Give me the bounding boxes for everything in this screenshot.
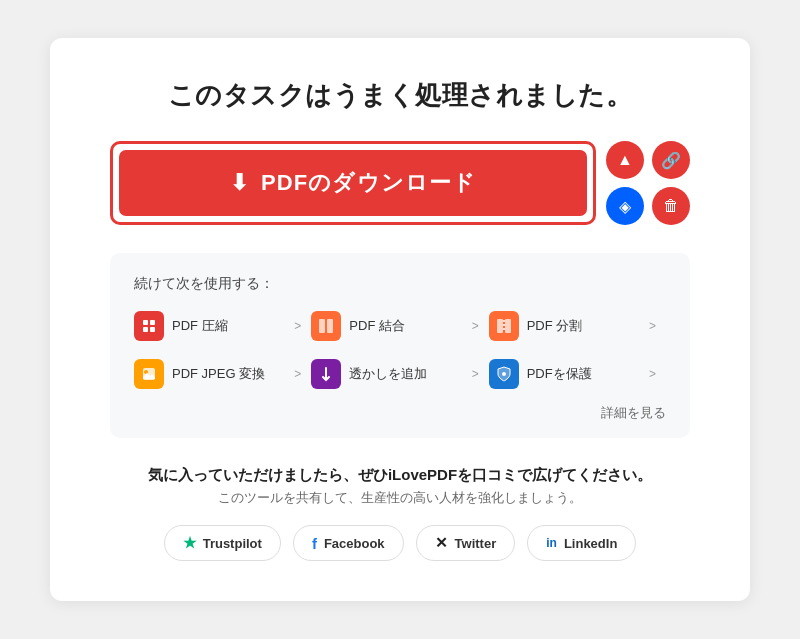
tool-jpeg[interactable]: PDF JPEG 変換 xyxy=(134,355,284,393)
dropbox-icon: ◈ xyxy=(619,197,631,216)
arrow-4: > xyxy=(284,367,311,381)
action-icons-top-row: ▲ 🔗 xyxy=(606,141,690,179)
download-icon: ⬇ xyxy=(230,170,249,196)
merge-icon xyxy=(311,311,341,341)
arrow-3: > xyxy=(639,319,666,333)
save-to-dropbox-button[interactable]: ◈ xyxy=(606,187,644,225)
svg-rect-4 xyxy=(319,319,325,333)
compress-icon xyxy=(134,311,164,341)
copy-link-button[interactable]: 🔗 xyxy=(652,141,690,179)
arrow-2: > xyxy=(462,319,489,333)
trustpilot-button[interactable]: ★ Trustpilot xyxy=(164,525,281,561)
svg-point-11 xyxy=(502,372,506,376)
action-icons: ▲ 🔗 ◈ 🗑 xyxy=(606,141,690,225)
trustpilot-icon: ★ xyxy=(183,534,196,552)
trash-icon: 🗑 xyxy=(663,197,679,215)
linkedin-icon: in xyxy=(546,536,557,550)
facebook-icon: f xyxy=(312,535,317,552)
svg-rect-0 xyxy=(143,320,148,325)
watermark-label: 透かしを追加 xyxy=(349,365,427,383)
facebook-label: Facebook xyxy=(324,536,385,551)
page-title: このタスクはうまく処理されました。 xyxy=(110,78,690,113)
arrow-1: > xyxy=(284,319,311,333)
share-section: 気に入っていただけましたら、ぜひiLovePDFを口コミで広げてください。 この… xyxy=(110,466,690,561)
action-icons-bottom-row: ◈ 🗑 xyxy=(606,187,690,225)
download-section: ⬇ PDFのダウンロード ▲ 🔗 ◈ xyxy=(110,141,690,225)
arrow-6: > xyxy=(639,367,666,381)
split-label: PDF 分割 xyxy=(527,317,583,335)
watermark-icon xyxy=(311,359,341,389)
twitter-label: Twitter xyxy=(455,536,497,551)
see-more: 詳細を見る xyxy=(134,403,666,422)
split-icon xyxy=(489,311,519,341)
see-more-link[interactable]: 詳細を見る xyxy=(601,405,666,420)
next-section-title: 続けて次を使用する： xyxy=(134,275,666,293)
save-to-drive-button[interactable]: ▲ xyxy=(606,141,644,179)
tool-protect[interactable]: PDFを保護 xyxy=(489,355,639,393)
svg-rect-5 xyxy=(327,319,333,333)
share-title: 気に入っていただけましたら、ぜひiLovePDFを口コミで広げてください。 xyxy=(110,466,690,485)
jpeg-icon xyxy=(134,359,164,389)
page-wrapper: このタスクはうまく処理されました。 ⬇ PDFのダウンロード ▲ 🔗 xyxy=(0,0,800,639)
protect-label: PDFを保護 xyxy=(527,365,592,383)
tools-row-2: PDF JPEG 変換 > 透かしを追加 > xyxy=(134,355,666,393)
trustpilot-label: Trustpilot xyxy=(203,536,262,551)
tool-merge[interactable]: PDF 結合 xyxy=(311,307,461,345)
arrow-5: > xyxy=(462,367,489,381)
main-card: このタスクはうまく処理されました。 ⬇ PDFのダウンロード ▲ 🔗 xyxy=(50,38,750,601)
download-button-wrapper: ⬇ PDFのダウンロード xyxy=(110,141,596,225)
twitter-icon: ✕ xyxy=(435,534,448,552)
jpeg-label: PDF JPEG 変換 xyxy=(172,365,265,383)
svg-rect-3 xyxy=(150,327,155,332)
tools-row-1: PDF 圧縮 > PDF 結合 > xyxy=(134,307,666,345)
next-section: 続けて次を使用する： PDF 圧縮 xyxy=(110,253,690,438)
tools-grid: PDF 圧縮 > PDF 結合 > xyxy=(134,307,666,393)
share-subtitle: このツールを共有して、生産性の高い人材を強化しましょう。 xyxy=(110,489,690,507)
svg-rect-2 xyxy=(143,327,148,332)
compress-label: PDF 圧縮 xyxy=(172,317,228,335)
linkedin-label: LinkedIn xyxy=(564,536,617,551)
merge-label: PDF 結合 xyxy=(349,317,405,335)
linkedin-button[interactable]: in LinkedIn xyxy=(527,525,636,561)
download-button-label: PDFのダウンロード xyxy=(261,168,476,198)
svg-rect-6 xyxy=(497,319,503,333)
facebook-button[interactable]: f Facebook xyxy=(293,525,404,561)
tool-watermark[interactable]: 透かしを追加 xyxy=(311,355,461,393)
twitter-button[interactable]: ✕ Twitter xyxy=(416,525,516,561)
protect-icon xyxy=(489,359,519,389)
svg-rect-1 xyxy=(150,320,155,325)
link-icon: 🔗 xyxy=(661,151,681,170)
share-buttons: ★ Trustpilot f Facebook ✕ Twitter in Lin… xyxy=(110,525,690,561)
delete-button[interactable]: 🗑 xyxy=(652,187,690,225)
download-button[interactable]: ⬇ PDFのダウンロード xyxy=(119,150,587,216)
tool-compress[interactable]: PDF 圧縮 xyxy=(134,307,284,345)
tool-split[interactable]: PDF 分割 xyxy=(489,307,639,345)
svg-rect-7 xyxy=(505,319,511,333)
drive-icon: ▲ xyxy=(617,151,633,169)
